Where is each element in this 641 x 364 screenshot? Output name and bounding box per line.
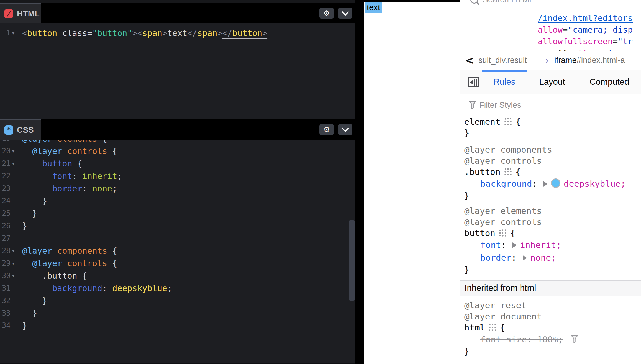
- code-token: {: [77, 159, 82, 168]
- pane-divider[interactable]: [355, 0, 364, 364]
- at-layer-line[interactable]: @layer document: [464, 311, 641, 322]
- code-line[interactable]: 23 border: none;: [0, 182, 355, 195]
- declaration-line[interactable]: border: none;: [464, 251, 641, 264]
- property-name[interactable]: background: [480, 179, 532, 189]
- markup-line[interactable]: allowfullscreen="tr: [460, 36, 641, 47]
- at-layer-line[interactable]: @layer elements: [464, 205, 641, 216]
- code-line[interactable]: 33 }: [0, 307, 355, 319]
- markup-token: =: [613, 37, 618, 46]
- css-editor-scrollbar[interactable]: [349, 220, 355, 301]
- declaration-line[interactable]: font-size: 100%;: [464, 333, 641, 346]
- chevron-right-icon: ›: [545, 51, 548, 69]
- property-name[interactable]: font: [480, 240, 501, 250]
- fold-icon[interactable]: ▾: [12, 145, 15, 157]
- breadcrumb-item-result-div[interactable]: sult_div.result: [478, 51, 527, 70]
- markup-view[interactable]: /index.html?editorsallow="camera; dispal…: [460, 9, 641, 54]
- breadcrumb-item-iframe[interactable]: iframe#index.html-a: [554, 51, 641, 70]
- search-html-row[interactable]: Search HTML: [460, 0, 641, 9]
- close-brace-line: }: [464, 127, 641, 138]
- css-settings-button[interactable]: ⚙: [319, 124, 334, 135]
- declaration-line[interactable]: font: inherit;: [464, 239, 641, 251]
- code-line[interactable]: 32 }: [0, 294, 355, 307]
- code-line[interactable]: 22 font: inherit;: [0, 170, 355, 182]
- selector-highlighter-icon[interactable]: [499, 229, 507, 237]
- selector-text[interactable]: element: [464, 117, 501, 127]
- search-input[interactable]: Search HTML: [483, 0, 534, 4]
- selector-text[interactable]: button: [464, 228, 495, 238]
- code-line[interactable]: 30▾ .button {: [0, 270, 355, 282]
- collapse-sidebar-icon[interactable]: [468, 77, 479, 87]
- tab-html-panel[interactable]: / HTML: [0, 3, 41, 23]
- css-collapse-button[interactable]: [338, 124, 352, 135]
- breadcrumb-back-button[interactable]: <: [463, 51, 476, 70]
- property-value[interactable]: deepskyblue: [564, 179, 621, 189]
- code-token: }: [42, 196, 47, 206]
- expand-arrow-icon[interactable]: [543, 181, 548, 187]
- tab-computed[interactable]: Computed: [582, 70, 637, 94]
- code-line[interactable]: 24 }: [0, 195, 355, 207]
- property-name[interactable]: font-size: [480, 334, 527, 344]
- property-value[interactable]: none: [530, 253, 551, 263]
- property-value[interactable]: inherit: [520, 240, 556, 250]
- code-line[interactable]: 21▾ button {: [0, 157, 355, 170]
- filter-styles-input[interactable]: Filter Styles: [479, 94, 521, 116]
- selector-text[interactable]: .button: [464, 167, 501, 177]
- fold-icon[interactable]: ▾: [12, 27, 15, 39]
- code-token: span: [197, 28, 217, 38]
- selector-highlighter-icon[interactable]: [488, 323, 497, 332]
- html-settings-button[interactable]: ⚙: [319, 8, 334, 19]
- rule-selector-line[interactable]: .button{: [464, 166, 641, 177]
- color-swatch[interactable]: [551, 178, 560, 188]
- at-layer-line[interactable]: @layer controls: [464, 155, 641, 166]
- sidebar-tab-strip: Rules Layout Computed: [460, 70, 641, 94]
- code-line[interactable]: 29▾ @layer controls {: [0, 257, 355, 270]
- property-value[interactable]: 100%: [537, 334, 558, 344]
- colon: :: [532, 179, 542, 189]
- at-layer-line[interactable]: @layer reset: [464, 300, 641, 311]
- at-layer-line[interactable]: @layer controls: [464, 216, 641, 227]
- expand-arrow-icon[interactable]: [512, 242, 517, 248]
- indent: [22, 146, 32, 156]
- rule-selector-line[interactable]: button{: [464, 227, 641, 239]
- code-token: }: [32, 209, 37, 218]
- filter-styles-row[interactable]: Filter Styles: [460, 94, 641, 116]
- code-line[interactable]: 1▾<button class="button"><span>text</spa…: [0, 27, 355, 39]
- markup-line[interactable]: allow="camera; disp: [460, 24, 641, 36]
- code-line[interactable]: 20▾ @layer controls {: [0, 145, 355, 157]
- markup-line[interactable]: /index.html?editors: [460, 12, 641, 24]
- gear-icon: ⚙: [323, 125, 330, 134]
- tab-css-panel[interactable]: * CSS: [0, 119, 41, 140]
- declaration-line[interactable]: background: deepskyblue;: [464, 177, 641, 190]
- overridden-filter-icon[interactable]: [570, 334, 579, 347]
- code-line[interactable]: 26}: [0, 220, 355, 232]
- code-line[interactable]: 31 background: deepskyblue;: [0, 282, 355, 294]
- code-line[interactable]: 27: [0, 232, 355, 245]
- code-line[interactable]: 25 }: [0, 207, 355, 220]
- html-code-area[interactable]: 1▾<button class="button"><span>text</spa…: [0, 23, 355, 123]
- open-brace: {: [516, 167, 521, 177]
- semicolon: ;: [558, 334, 563, 344]
- tab-layout[interactable]: Layout: [531, 70, 573, 94]
- rule-selector-line[interactable]: element{: [464, 116, 641, 127]
- markup-token: allowfullscreen: [538, 37, 613, 46]
- html-panel-label: HTML: [17, 9, 40, 18]
- selector-highlighter-icon[interactable]: [504, 117, 512, 126]
- rule-selector-line[interactable]: html{: [464, 322, 641, 333]
- html-collapse-button[interactable]: [338, 8, 352, 19]
- fold-icon[interactable]: ▾: [12, 157, 15, 170]
- code-token: button: [42, 159, 77, 168]
- code-line[interactable]: 34}: [0, 319, 355, 332]
- selector-text[interactable]: html: [464, 322, 485, 332]
- chevron-down-icon: [342, 8, 349, 16]
- property-name[interactable]: border: [480, 253, 511, 263]
- at-layer-line[interactable]: @layer components: [464, 144, 641, 155]
- selector-highlighter-icon[interactable]: [504, 168, 512, 176]
- fold-icon[interactable]: ▾: [12, 245, 15, 257]
- fold-icon[interactable]: ▾: [12, 257, 15, 270]
- tab-rules[interactable]: Rules: [482, 70, 527, 94]
- css-code-area[interactable]: 19▾@layer elements {20▾ @layer controls …: [0, 132, 355, 364]
- preview-button[interactable]: text: [365, 2, 382, 13]
- code-line[interactable]: 28▾@layer components {: [0, 245, 355, 257]
- fold-icon[interactable]: ▾: [12, 270, 15, 282]
- expand-arrow-icon[interactable]: [523, 255, 527, 261]
